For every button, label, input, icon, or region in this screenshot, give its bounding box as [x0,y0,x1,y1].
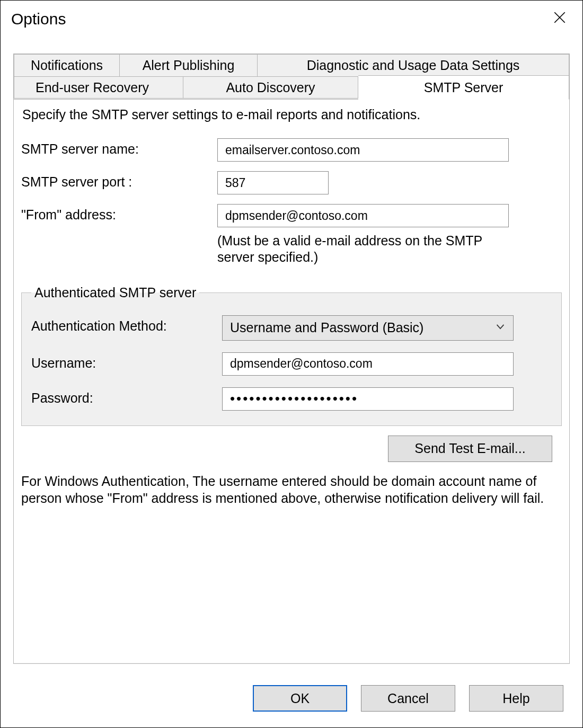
chevron-down-icon [494,320,506,335]
intro-text: Specify the SMTP server settings to e-ma… [22,107,562,122]
tab-label: Diagnostic and Usage Data Settings [307,58,520,73]
windows-auth-note: For Windows Authentication, The username… [21,473,562,507]
button-label: OK [290,691,310,706]
tab-notifications[interactable]: Notifications [14,54,120,76]
send-test-email-button[interactable]: Send Test E-mail... [388,436,552,462]
fieldset-authenticated-smtp: Authenticated SMTP server Authentication… [21,285,562,426]
input-value: •••••••••••••••••••• [230,390,358,407]
input-username[interactable]: dpmsender@contoso.com [222,352,514,376]
select-value: Username and Password (Basic) [230,320,423,335]
cancel-button[interactable]: Cancel [361,685,455,712]
row-password: Password: •••••••••••••••••••• [31,387,552,411]
select-auth-method[interactable]: Username and Password (Basic) [222,315,514,341]
row-username: Username: dpmsender@contoso.com [31,352,552,376]
label-auth-method: Authentication Method: [31,315,222,334]
tab-label: Notifications [31,58,103,73]
label-username: Username: [31,352,222,371]
tabs-row-1: Notifications Alert Publishing Diagnosti… [14,54,569,76]
label-from-address: "From" address: [21,204,217,223]
input-value: emailserver.contoso.com [225,143,360,157]
input-smtp-server-name[interactable]: emailserver.contoso.com [217,138,509,162]
tab-alert-publishing[interactable]: Alert Publishing [120,54,258,76]
label-smtp-server-name: SMTP server name: [21,138,217,157]
button-label: Send Test E-mail... [414,441,525,456]
help-button[interactable]: Help [469,685,563,712]
titlebar: Options [1,1,582,38]
row-auth-method: Authentication Method: Username and Pass… [31,315,552,341]
input-smtp-server-port[interactable]: 587 [217,171,329,194]
input-value: dpmsender@contoso.com [225,209,368,223]
close-icon [553,11,567,28]
dialog-client-area: Notifications Alert Publishing Diagnosti… [13,54,570,664]
tab-label: Alert Publishing [143,58,235,73]
fieldset-legend: Authenticated SMTP server [31,285,199,300]
tab-body-smtp: Specify the SMTP server settings to e-ma… [14,99,569,663]
tab-label: End-user Recovery [36,80,149,95]
button-label: Help [502,691,529,706]
button-label: Cancel [387,691,429,706]
label-smtp-server-port: SMTP server port : [21,171,217,190]
input-value: 587 [225,176,245,190]
from-address-hint: (Must be a valid e-mail address on the S… [217,233,509,266]
tab-label: SMTP Server [424,80,504,95]
input-password[interactable]: •••••••••••••••••••• [222,387,514,411]
input-value: dpmsender@contoso.com [230,357,373,371]
label-password: Password: [31,387,222,406]
row-smtp-server-name: SMTP server name: emailserver.contoso.co… [21,138,562,162]
tab-auto-discovery[interactable]: Auto Discovery [183,76,358,99]
tab-label: Auto Discovery [226,80,315,95]
dialog-button-bar: OK Cancel Help [253,685,563,712]
dialog-title: Options [11,10,66,28]
tabs-row-2: End-user Recovery Auto Discovery SMTP Se… [14,76,569,100]
close-button[interactable] [547,7,572,31]
ok-button[interactable]: OK [253,685,347,712]
tab-end-user-recovery[interactable]: End-user Recovery [14,76,183,99]
input-from-address[interactable]: dpmsender@contoso.com [217,204,509,227]
options-dialog: Options Notifications Alert Publishing D… [0,0,583,728]
tab-diagnostic-usage-data[interactable]: Diagnostic and Usage Data Settings [258,54,569,76]
tab-smtp-server[interactable]: SMTP Server [358,75,569,100]
send-test-row: Send Test E-mail... [21,436,562,462]
row-from-address: "From" address: dpmsender@contoso.com (M… [21,204,562,266]
row-smtp-server-port: SMTP server port : 587 [21,171,562,194]
